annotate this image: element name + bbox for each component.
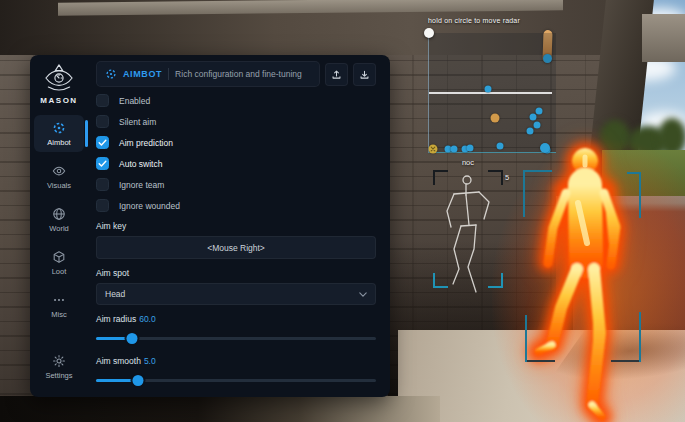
aim-key-label: Aim key <box>96 221 376 231</box>
radar-self-marker <box>429 145 438 154</box>
bracket-segment <box>611 360 639 362</box>
screenshot-stage: hold on circle to move radar noc 5 <box>0 0 685 422</box>
aim-radius-label: Aim radius60.0 <box>96 314 376 324</box>
bracket-segment <box>639 172 641 218</box>
toggle-label: Enabled <box>119 96 150 106</box>
toggle-label: Auto switch <box>119 159 162 169</box>
checkbox-unchecked[interactable] <box>96 94 109 107</box>
esp-distance-label: 5 <box>505 173 509 182</box>
esp-name-label: noc <box>433 158 503 167</box>
download-config-button[interactable] <box>353 63 376 86</box>
sidebar-item-aimbot[interactable]: Aimbot <box>34 115 84 152</box>
cheat-menu-window: MASON AimbotVisualsWorldLootMiscSettings… <box>30 55 390 397</box>
sidebar-item-visuals[interactable]: Visuals <box>34 158 84 195</box>
aimbot-reticle-icon <box>105 68 117 80</box>
aim-radius-slider[interactable] <box>96 333 376 344</box>
radar-blue-dot <box>530 114 537 121</box>
checkbox-unchecked[interactable] <box>96 178 109 191</box>
esp-head-dot <box>540 143 550 153</box>
sidebar-item-world[interactable]: World <box>34 201 84 238</box>
gear-icon <box>52 354 66 368</box>
sidebar-item-settings[interactable]: Settings <box>34 348 84 385</box>
aim-spot-label: Aim spot <box>96 268 376 278</box>
player-esp-box <box>523 170 641 362</box>
tab-header-chip[interactable]: AIMBOT Rich configuration and fine-tunin… <box>96 61 320 87</box>
radar-blue-dot <box>485 86 492 93</box>
header-row: AIMBOT Rich configuration and fine-tunin… <box>96 62 376 86</box>
toggle-silent-aim[interactable]: Silent aim <box>96 115 376 128</box>
aim-spot-select[interactable]: Head <box>96 283 376 305</box>
radar-blue-dot <box>527 128 534 135</box>
bracket-segment <box>527 360 555 362</box>
toggle-label: Ignore team <box>119 180 164 190</box>
aim-spot-value: Head <box>105 289 125 299</box>
bg-rock-block <box>642 14 685 62</box>
toggle-ignore-wounded[interactable]: Ignore wounded <box>96 199 376 212</box>
download-icon <box>359 69 370 80</box>
chevron-down-icon <box>359 292 367 297</box>
radar-blue-dot <box>534 122 541 129</box>
sidebar-item-misc[interactable]: Misc <box>34 287 84 324</box>
radar-blue-dot <box>536 108 543 115</box>
toggle-ignore-team[interactable]: Ignore team <box>96 178 376 191</box>
radar: hold on circle to move radar <box>428 33 556 153</box>
toggle-list: EnabledSilent aimAim predictionAuto swit… <box>96 94 376 212</box>
bracket-segment <box>523 170 552 172</box>
slider-track[interactable] <box>96 337 376 340</box>
aim-smooth-value: 5.0 <box>144 356 156 366</box>
slider-thumb[interactable] <box>133 375 144 386</box>
active-tab-indicator <box>85 120 88 147</box>
aim-radius-value: 60.0 <box>139 314 156 324</box>
aim-smooth-label: Aim smooth5.0 <box>96 356 376 366</box>
toggle-label: Aim prediction <box>119 138 173 148</box>
sidebar: MASON AimbotVisualsWorldLootMiscSettings <box>30 55 88 397</box>
box-icon <box>52 250 66 264</box>
checkbox-unchecked[interactable] <box>96 199 109 212</box>
tab-subtitle: Rich configuration and fine-tuning <box>175 69 302 79</box>
bg-ground-dark <box>0 396 440 422</box>
checkbox-checked[interactable] <box>96 136 109 149</box>
main-content: AIMBOT Rich configuration and fine-tunin… <box>88 55 390 397</box>
toggle-label: Ignore wounded <box>119 201 180 211</box>
radar-blue-dot <box>451 146 458 153</box>
eye-icon <box>52 164 66 178</box>
bracket-segment <box>525 315 527 362</box>
checkbox-unchecked[interactable] <box>96 115 109 128</box>
sidebar-item-label: Loot <box>52 267 67 276</box>
radar-orange-dot <box>491 114 500 123</box>
skeleton-bones <box>433 170 503 300</box>
radar-hint-text: hold on circle to move radar <box>428 17 568 24</box>
bracket-segment <box>523 170 525 217</box>
sidebar-item-label: Misc <box>51 310 66 319</box>
mason-eye-icon <box>41 63 77 93</box>
brand-name: MASON <box>40 96 77 105</box>
checkbox-checked[interactable] <box>96 157 109 170</box>
toggle-aim-prediction[interactable]: Aim prediction <box>96 136 376 149</box>
sidebar-item-label: Visuals <box>47 181 71 190</box>
brand-logo: MASON <box>40 63 77 105</box>
sidebar-item-loot[interactable]: Loot <box>34 244 84 281</box>
aim-key-button[interactable]: <Mouse Right> <box>96 236 376 259</box>
upload-config-button[interactable] <box>325 63 348 86</box>
toggle-label: Silent aim <box>119 117 156 127</box>
tab-title: AIMBOT <box>123 69 162 79</box>
toggle-auto-switch[interactable]: Auto switch <box>96 157 376 170</box>
dots-icon <box>52 293 66 307</box>
sidebar-item-label: World <box>49 224 68 233</box>
crosshair-icon <box>52 121 66 135</box>
sidebar-item-label: Settings <box>45 371 72 380</box>
globe-icon <box>52 207 66 221</box>
aim-smooth-slider[interactable] <box>96 375 376 386</box>
sidebar-item-label: Aimbot <box>47 138 70 147</box>
toggle-enabled[interactable]: Enabled <box>96 94 376 107</box>
radar-blue-dot <box>467 145 474 152</box>
slider-thumb[interactable] <box>127 333 138 344</box>
radar-dots <box>429 33 556 152</box>
radar-blue-dot <box>497 143 504 150</box>
header-divider <box>168 68 169 80</box>
upload-icon <box>331 69 342 80</box>
sidebar-nav: AimbotVisualsWorldLootMiscSettings <box>30 115 88 385</box>
skeleton-esp-box: noc 5 <box>433 170 503 288</box>
bracket-segment <box>639 312 641 362</box>
